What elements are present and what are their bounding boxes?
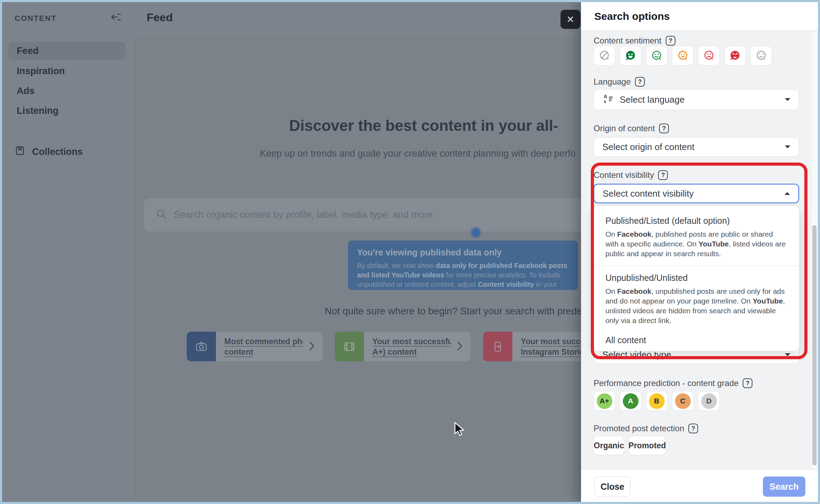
- sentiment-unrated-button[interactable]: [750, 46, 772, 65]
- visibility-option-unpublished[interactable]: Unpublished/Unlisted On Facebook, unpubl…: [605, 273, 787, 325]
- language-select[interactable]: A x Select language: [594, 89, 799, 110]
- help-icon[interactable]: ?: [666, 36, 675, 46]
- button-label: Organic: [594, 441, 624, 450]
- chevron-down-icon: [785, 98, 790, 104]
- sentiment-very-positive-icon: [625, 50, 636, 62]
- stories-icon: [483, 332, 512, 361]
- drawer-close-button[interactable]: ✕: [560, 10, 580, 29]
- sentiment-negative-button[interactable]: [698, 46, 720, 65]
- hero-heading: Discover the best content in your all-: [289, 117, 558, 134]
- content-visibility-select[interactable]: Select content visibility: [594, 184, 799, 203]
- content-visibility-label: Content visibility ?: [594, 170, 668, 180]
- mouse-cursor: [453, 422, 467, 439]
- grade-b-button[interactable]: B: [646, 391, 667, 411]
- option-title: All content: [605, 335, 787, 345]
- organic-filter-button[interactable]: Organic: [594, 436, 624, 455]
- predefined-card-most-commented-photo[interactable]: Most commented photocontent: [187, 332, 323, 361]
- search-button[interactable]: Search: [763, 477, 805, 497]
- sentiment-very-positive-button[interactable]: [620, 46, 641, 65]
- sentiment-neutral-button[interactable]: [672, 46, 694, 65]
- hero-subheading: Keep up on trends and guide your creativ…: [260, 148, 576, 159]
- grade-badge: A+: [597, 393, 612, 409]
- notice-title: You're viewing published data only: [357, 247, 569, 258]
- drawer-title: Search options: [594, 10, 670, 22]
- sidebar-item-listening[interactable]: Listening: [8, 102, 125, 120]
- help-icon[interactable]: ?: [743, 378, 752, 388]
- sentiment-positive-icon: [651, 50, 663, 62]
- search-options-drawer: Search options Content sentiment ?: [581, 2, 818, 502]
- chevron-right-icon: [309, 341, 314, 352]
- search-placeholder: Search organic content by profile, label…: [174, 210, 433, 220]
- promoted-post-detection-label: Promoted post detection ?: [594, 423, 698, 434]
- predefined-card-most-successful-content[interactable]: Your most successful (A/A+) content: [335, 332, 471, 361]
- sidebar: CONTENT Feed Inspiration Ads Listening C…: [2, 2, 131, 502]
- chevron-down-icon: [785, 353, 790, 359]
- app-window: CONTENT Feed Inspiration Ads Listening C…: [0, 0, 820, 504]
- translate-icon: A x: [602, 93, 614, 106]
- grade-a-button[interactable]: A: [620, 391, 641, 411]
- help-icon[interactable]: ?: [688, 424, 698, 433]
- sentiment-unrated-icon: [755, 50, 767, 62]
- drawer-scrollbar-track[interactable]: [812, 31, 817, 468]
- collapse-sidebar-button[interactable]: [109, 11, 123, 24]
- language-label: Language ?: [594, 77, 645, 87]
- card-title: Your most successful (A/A+) content: [372, 336, 451, 357]
- sentiment-negative-icon: [703, 50, 715, 62]
- notice-body: By default, we now show data only for pu…: [357, 261, 569, 290]
- visibility-option-published[interactable]: Published/Listed (default option) On Fac…: [605, 216, 787, 259]
- grade-a-plus-button[interactable]: A+: [594, 391, 615, 411]
- svg-text:x: x: [604, 99, 606, 104]
- button-label: Search: [769, 482, 798, 492]
- card-title: Most commented photocontent: [224, 336, 303, 357]
- svg-text:A: A: [604, 94, 607, 99]
- help-icon[interactable]: ?: [635, 77, 645, 87]
- sentiment-positive-button[interactable]: [646, 46, 667, 65]
- onboarding-beacon-dot[interactable]: [472, 228, 480, 237]
- sentiment-unrecognized-button[interactable]: [594, 46, 615, 65]
- option-description: On Facebook, unpublished posts are used …: [605, 286, 787, 325]
- sidebar-item-inspiration[interactable]: Inspiration: [8, 62, 125, 80]
- drawer-header: Search options: [581, 2, 818, 31]
- option-description: On Facebook, published posts are public …: [605, 229, 787, 259]
- sentiment-very-negative-button[interactable]: [724, 46, 746, 65]
- sidebar-divider: [10, 127, 123, 128]
- grade-c-button[interactable]: C: [672, 391, 694, 411]
- close-icon: ✕: [566, 14, 574, 25]
- grade-badge: D: [701, 393, 717, 409]
- origin-select-value: Select origin of content: [602, 142, 779, 152]
- published-data-notice: You're viewing published data only By de…: [348, 241, 578, 290]
- help-icon[interactable]: ?: [659, 124, 669, 133]
- origin-of-content-label: Origin of content ?: [594, 123, 669, 134]
- help-icon[interactable]: ?: [658, 170, 668, 180]
- sidebar-item-feed[interactable]: Feed: [8, 42, 125, 60]
- sidebar-item-label: Inspiration: [17, 66, 65, 77]
- origin-select[interactable]: Select origin of content: [594, 137, 799, 157]
- sidebar-item-ads[interactable]: Ads: [8, 82, 125, 100]
- grade-badge: A: [623, 393, 639, 409]
- promoted-filter-button[interactable]: Promoted: [628, 436, 666, 455]
- sentiment-neutral-icon: [677, 50, 689, 62]
- sidebar-item-label: Listening: [17, 105, 59, 116]
- grade-d-button[interactable]: D: [698, 391, 720, 411]
- close-button[interactable]: Close: [594, 477, 631, 497]
- grade-badge: B: [649, 393, 665, 409]
- option-title: Published/Listed (default option): [605, 216, 787, 226]
- camera-icon: [187, 332, 216, 361]
- video-type-select-value: Select video type: [602, 349, 779, 360]
- film-icon: [335, 332, 364, 361]
- chevron-up-icon: [784, 189, 790, 195]
- predefined-search-prompt: Not quite sure where to begin? Start you…: [325, 306, 587, 317]
- sidebar-section-label: CONTENT: [15, 14, 56, 23]
- sidebar-item-collections[interactable]: Collections: [8, 143, 125, 161]
- sidebar-item-label: Collections: [32, 147, 83, 157]
- collections-icon: [15, 145, 25, 158]
- language-select-value: Select language: [620, 94, 779, 105]
- sidebar-item-label: Ads: [17, 86, 34, 96]
- performance-prediction-label: Performance prediction - content grade ?: [594, 378, 752, 388]
- visibility-option-all-content[interactable]: All content: [605, 335, 787, 345]
- search-icon: [156, 208, 168, 222]
- sidebar-item-label: Feed: [17, 46, 39, 56]
- sentiment-very-negative-icon: [729, 50, 741, 62]
- grade-badge: C: [675, 393, 691, 409]
- drawer-scrollbar-thumb[interactable]: [812, 225, 817, 465]
